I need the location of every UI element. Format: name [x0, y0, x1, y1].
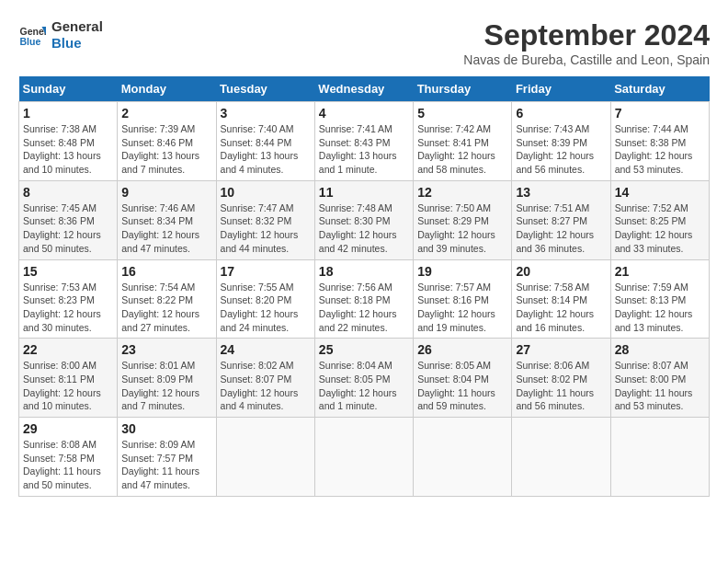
- day-number: 11: [319, 185, 409, 200]
- day-number: 7: [615, 106, 705, 121]
- day-info: Sunrise: 7:46 AM Sunset: 8:34 PM Dayligh…: [121, 201, 211, 256]
- day-number: 9: [121, 185, 211, 200]
- calendar-week-row: 22 Sunrise: 8:00 AM Sunset: 8:11 PM Dayl…: [19, 339, 710, 418]
- day-info: Sunrise: 8:01 AM Sunset: 8:09 PM Dayligh…: [121, 359, 211, 413]
- day-info: Sunrise: 7:41 AM Sunset: 8:43 PM Dayligh…: [319, 122, 409, 177]
- logo-general: General: [51, 18, 103, 35]
- day-number: 6: [516, 106, 606, 121]
- col-sunday: Sunday: [19, 76, 118, 102]
- day-info: Sunrise: 7:59 AM Sunset: 8:13 PM Dayligh…: [615, 281, 705, 335]
- day-number: 21: [615, 264, 705, 279]
- title-area: September 2024 Navas de Bureba, Castille…: [463, 18, 710, 67]
- day-number: 20: [516, 264, 606, 279]
- day-number: 4: [319, 106, 409, 121]
- calendar-week-row: 15 Sunrise: 7:53 AM Sunset: 8:23 PM Dayl…: [19, 259, 710, 339]
- calendar-cell: 17 Sunrise: 7:55 AM Sunset: 8:20 PM Dayl…: [216, 259, 314, 339]
- col-wednesday: Wednesday: [314, 76, 413, 102]
- day-number: 15: [23, 264, 113, 279]
- calendar-cell: [216, 418, 314, 497]
- calendar-cell: 28 Sunrise: 8:07 AM Sunset: 8:00 PM Dayl…: [610, 339, 709, 418]
- day-info: Sunrise: 7:39 AM Sunset: 8:46 PM Dayligh…: [121, 122, 211, 177]
- day-info: Sunrise: 7:44 AM Sunset: 8:38 PM Dayligh…: [615, 122, 705, 177]
- day-info: Sunrise: 8:08 AM Sunset: 7:58 PM Dayligh…: [23, 438, 113, 492]
- calendar-header-row: Sunday Monday Tuesday Wednesday Thursday…: [19, 76, 710, 102]
- day-info: Sunrise: 7:54 AM Sunset: 8:22 PM Dayligh…: [121, 281, 211, 335]
- day-info: Sunrise: 7:52 AM Sunset: 8:25 PM Dayligh…: [615, 201, 705, 256]
- day-number: 27: [516, 342, 606, 357]
- day-number: 1: [23, 106, 113, 121]
- svg-text:Blue: Blue: [20, 36, 41, 47]
- calendar-cell: 13 Sunrise: 7:51 AM Sunset: 8:27 PM Dayl…: [512, 180, 610, 259]
- day-number: 2: [121, 106, 211, 121]
- calendar-table: Sunday Monday Tuesday Wednesday Thursday…: [18, 76, 710, 497]
- calendar-cell: 29 Sunrise: 8:08 AM Sunset: 7:58 PM Dayl…: [19, 418, 118, 497]
- calendar-cell: [414, 418, 512, 497]
- col-monday: Monday: [118, 76, 216, 102]
- calendar-week-row: 8 Sunrise: 7:45 AM Sunset: 8:36 PM Dayli…: [19, 180, 710, 259]
- calendar-cell: 21 Sunrise: 7:59 AM Sunset: 8:13 PM Dayl…: [610, 259, 709, 339]
- col-tuesday: Tuesday: [216, 76, 314, 102]
- day-info: Sunrise: 7:53 AM Sunset: 8:23 PM Dayligh…: [23, 281, 113, 335]
- calendar-cell: 23 Sunrise: 8:01 AM Sunset: 8:09 PM Dayl…: [118, 339, 216, 418]
- calendar-cell: 2 Sunrise: 7:39 AM Sunset: 8:46 PM Dayli…: [118, 102, 216, 181]
- day-number: 13: [516, 185, 606, 200]
- calendar-cell: 26 Sunrise: 8:05 AM Sunset: 8:04 PM Dayl…: [414, 339, 512, 418]
- calendar-cell: 22 Sunrise: 8:00 AM Sunset: 8:11 PM Dayl…: [19, 339, 118, 418]
- day-info: Sunrise: 7:40 AM Sunset: 8:44 PM Dayligh…: [221, 122, 311, 177]
- logo-icon: General Blue: [18, 21, 46, 49]
- day-info: Sunrise: 8:04 AM Sunset: 8:05 PM Dayligh…: [319, 359, 409, 413]
- day-number: 17: [221, 264, 311, 279]
- calendar-cell: 27 Sunrise: 8:06 AM Sunset: 8:02 PM Dayl…: [512, 339, 610, 418]
- calendar-cell: 1 Sunrise: 7:38 AM Sunset: 8:48 PM Dayli…: [19, 102, 118, 181]
- day-info: Sunrise: 8:02 AM Sunset: 8:07 PM Dayligh…: [221, 359, 311, 413]
- day-number: 26: [417, 342, 507, 357]
- calendar-cell: 19 Sunrise: 7:57 AM Sunset: 8:16 PM Dayl…: [414, 259, 512, 339]
- day-info: Sunrise: 7:45 AM Sunset: 8:36 PM Dayligh…: [23, 201, 113, 256]
- calendar-cell: 24 Sunrise: 8:02 AM Sunset: 8:07 PM Dayl…: [216, 339, 314, 418]
- calendar-cell: 18 Sunrise: 7:56 AM Sunset: 8:18 PM Dayl…: [314, 259, 413, 339]
- day-number: 23: [121, 342, 211, 357]
- calendar-cell: 7 Sunrise: 7:44 AM Sunset: 8:38 PM Dayli…: [610, 102, 709, 181]
- col-friday: Friday: [512, 76, 610, 102]
- day-info: Sunrise: 8:09 AM Sunset: 7:57 PM Dayligh…: [121, 438, 211, 492]
- calendar-cell: 16 Sunrise: 7:54 AM Sunset: 8:22 PM Dayl…: [118, 259, 216, 339]
- day-info: Sunrise: 7:50 AM Sunset: 8:29 PM Dayligh…: [417, 201, 507, 256]
- day-info: Sunrise: 7:57 AM Sunset: 8:16 PM Dayligh…: [417, 281, 507, 335]
- day-number: 5: [417, 106, 507, 121]
- day-number: 16: [121, 264, 211, 279]
- calendar-cell: 20 Sunrise: 7:58 AM Sunset: 8:14 PM Dayl…: [512, 259, 610, 339]
- calendar-week-row: 1 Sunrise: 7:38 AM Sunset: 8:48 PM Dayli…: [19, 102, 710, 181]
- day-number: 18: [319, 264, 409, 279]
- day-info: Sunrise: 7:48 AM Sunset: 8:30 PM Dayligh…: [319, 201, 409, 256]
- day-number: 12: [417, 185, 507, 200]
- month-title: September 2024: [463, 18, 710, 52]
- day-number: 30: [121, 421, 211, 436]
- calendar-cell: 15 Sunrise: 7:53 AM Sunset: 8:23 PM Dayl…: [19, 259, 118, 339]
- day-number: 10: [221, 185, 311, 200]
- calendar-cell: 9 Sunrise: 7:46 AM Sunset: 8:34 PM Dayli…: [118, 180, 216, 259]
- calendar-cell: 30 Sunrise: 8:09 AM Sunset: 7:57 PM Dayl…: [118, 418, 216, 497]
- day-info: Sunrise: 7:47 AM Sunset: 8:32 PM Dayligh…: [221, 201, 311, 256]
- calendar-cell: 8 Sunrise: 7:45 AM Sunset: 8:36 PM Dayli…: [19, 180, 118, 259]
- day-info: Sunrise: 7:56 AM Sunset: 8:18 PM Dayligh…: [319, 281, 409, 335]
- day-info: Sunrise: 7:58 AM Sunset: 8:14 PM Dayligh…: [516, 281, 606, 335]
- day-number: 19: [417, 264, 507, 279]
- day-info: Sunrise: 8:05 AM Sunset: 8:04 PM Dayligh…: [417, 359, 507, 413]
- col-saturday: Saturday: [610, 76, 709, 102]
- day-info: Sunrise: 7:51 AM Sunset: 8:27 PM Dayligh…: [516, 201, 606, 256]
- day-number: 25: [319, 342, 409, 357]
- calendar-cell: [610, 418, 709, 497]
- day-number: 3: [221, 106, 311, 121]
- calendar-cell: 4 Sunrise: 7:41 AM Sunset: 8:43 PM Dayli…: [314, 102, 413, 181]
- calendar-cell: 11 Sunrise: 7:48 AM Sunset: 8:30 PM Dayl…: [314, 180, 413, 259]
- day-info: Sunrise: 7:43 AM Sunset: 8:39 PM Dayligh…: [516, 122, 606, 177]
- day-info: Sunrise: 7:38 AM Sunset: 8:48 PM Dayligh…: [23, 122, 113, 177]
- calendar-cell: 3 Sunrise: 7:40 AM Sunset: 8:44 PM Dayli…: [216, 102, 314, 181]
- day-info: Sunrise: 8:06 AM Sunset: 8:02 PM Dayligh…: [516, 359, 606, 413]
- calendar-cell: 25 Sunrise: 8:04 AM Sunset: 8:05 PM Dayl…: [314, 339, 413, 418]
- day-number: 14: [615, 185, 705, 200]
- day-number: 8: [23, 185, 113, 200]
- day-info: Sunrise: 8:07 AM Sunset: 8:00 PM Dayligh…: [615, 359, 705, 413]
- calendar-cell: 10 Sunrise: 7:47 AM Sunset: 8:32 PM Dayl…: [216, 180, 314, 259]
- page-header: General Blue General Blue September 2024…: [18, 18, 710, 67]
